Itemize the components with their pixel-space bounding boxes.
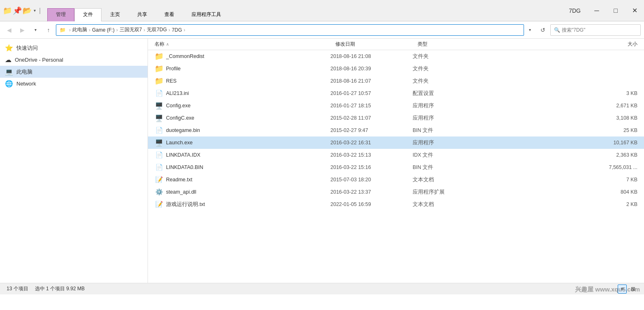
file-date: 2016-03-22 15:16 [330, 164, 413, 170]
file-type: 配置设置 [413, 90, 487, 97]
breadcrumb-gamef[interactable]: Game (F:) [92, 27, 115, 33]
maximize-button[interactable]: □ [606, 0, 625, 21]
close-button[interactable]: ✕ [625, 0, 644, 21]
exe-icon: 🖥️ [155, 102, 163, 110]
refresh-button[interactable]: ↺ [537, 24, 549, 36]
item-count: 13 个项目 [7, 285, 28, 292]
exe-icon: 🖥️ [155, 114, 163, 122]
sidebar-label-onedrive: OneDrive - Personal [15, 57, 63, 63]
file-size: 10,167 KB [487, 140, 637, 146]
file-date: 2016-03-22 13:37 [330, 189, 413, 195]
ini-icon: 📄 [155, 90, 163, 97]
file-name: Profile [166, 66, 330, 72]
file-size: 2 KB [487, 201, 637, 207]
file-name: ALI213.ini [166, 90, 330, 96]
table-row[interactable]: 🖥️ Launch.exe 2016-03-22 16:31 应用程序 10,1… [148, 136, 644, 149]
breadcrumb-7dg[interactable]: 7DG [172, 27, 182, 33]
tab-wenjian[interactable]: 文件 [74, 8, 102, 21]
dropdown-button[interactable]: ▾ [30, 24, 41, 36]
pin-icon[interactable]: 📌 [13, 7, 21, 15]
file-date: 2016-01-27 10:57 [330, 90, 413, 96]
file-name: steam_api.dll [166, 189, 330, 195]
tab-yingyong[interactable]: 应用程序工具 [183, 8, 230, 21]
window-controls: ─ □ ✕ [587, 0, 644, 21]
breadcrumb-sw7dg[interactable]: 无双7DG [147, 26, 167, 33]
col-header-size[interactable]: 大小 [492, 41, 637, 48]
table-row[interactable]: 📄 ALI213.ini 2016-01-27 10:57 配置设置 3 KB [148, 87, 644, 99]
file-icon: 📝 [155, 200, 164, 209]
breadcrumb-sw7[interactable]: 三国无双7 [120, 26, 142, 33]
file-type: IDX 文件 [413, 152, 487, 159]
grid-view-button[interactable]: ⊞ [628, 285, 637, 294]
file-type: 文本文档 [413, 176, 487, 183]
file-date: 2022-01-05 16:59 [330, 201, 413, 207]
file-type: 文件夹 [413, 53, 487, 60]
toolbar-dropdown-icon[interactable]: ▾ [34, 8, 36, 13]
search-icon: 🔍 [554, 27, 560, 33]
file-type: 文件夹 [413, 78, 487, 85]
tab-zhuye[interactable]: 主页 [102, 8, 129, 21]
file-date: 2016-01-27 18:15 [330, 103, 413, 109]
address-bar: ◀ ▶ ▾ ↑ 📁 › 此电脑 › Game (F:) › 三国无双7 › 无双… [0, 21, 644, 39]
table-row[interactable]: 📄 duotegame.bin 2015-02-27 9:47 BIN 文件 2… [148, 124, 644, 136]
file-name: Launch.exe [166, 140, 330, 146]
sidebar-item-onedrive[interactable]: ☁ OneDrive - Personal [0, 54, 148, 66]
selected-info: 选中 1 个项目 9.92 MB [35, 285, 85, 292]
table-row[interactable]: ⚙️ steam_api.dll 2016-03-22 13:37 应用程序扩展… [148, 186, 644, 198]
file-icon: 🖥️ [155, 113, 164, 123]
table-row[interactable]: 📝 游戏运行说明.txt 2022-01-05 16:59 文本文档 2 KB [148, 198, 644, 211]
dll-icon: ⚙️ [155, 188, 163, 196]
file-type: 应用程序 [413, 115, 487, 122]
table-row[interactable]: 📁 RES 2018-08-16 21:07 文件夹 [148, 75, 644, 87]
breadcrumb[interactable]: 📁 › 此电脑 › Game (F:) › 三国无双7 › 无双7DG › 7D… [56, 24, 524, 36]
table-row[interactable]: 📁 _CommonRedist 2018-08-16 21:08 文件夹 [148, 50, 644, 62]
search-bar: 🔍 [550, 24, 641, 36]
list-view-button[interactable]: ≡ [618, 285, 627, 294]
search-input[interactable] [562, 27, 637, 33]
file-date: 2016-03-22 15:13 [330, 152, 413, 158]
file-date: 2015-02-28 11:07 [330, 115, 413, 121]
sidebar-label-quickaccess: 快速访问 [16, 44, 38, 52]
file-date: 2018-08-16 21:07 [330, 78, 413, 84]
exe-icon: 🖥️ [155, 139, 163, 147]
file-date: 2018-08-16 20:39 [330, 66, 413, 72]
file-icon: 📄 [155, 163, 164, 172]
table-row[interactable]: 📁 Profile 2018-08-16 20:39 文件夹 [148, 62, 644, 75]
breadcrumb-thispc[interactable]: 此电脑 [72, 26, 87, 33]
txt-icon: 📝 [155, 201, 163, 208]
file-size: 7,565,031 ... [487, 164, 637, 170]
file-type: 文本文档 [413, 201, 487, 208]
file-icon: 📁 [155, 52, 164, 61]
breadcrumb-dropdown[interactable]: ▾ [524, 24, 536, 36]
tab-manage[interactable]: 管理 [47, 8, 74, 21]
folder-icon: 📁 [155, 52, 164, 61]
view-controls: ≡ ⊞ [618, 285, 637, 294]
col-header-name[interactable]: 名称 ∧ [155, 41, 335, 48]
sidebar-item-network[interactable]: 🌐 Network [0, 78, 148, 90]
table-row[interactable]: 📄 LINKDATA.IDX 2016-03-22 15:13 IDX 文件 2… [148, 149, 644, 161]
sidebar-item-thispc[interactable]: 💻 此电脑 [0, 66, 148, 78]
file-icon: 📁 [155, 76, 164, 86]
tab-chakan[interactable]: 查看 [156, 8, 183, 21]
forward-button[interactable]: ▶ [16, 24, 28, 36]
file-name: LINKDATA.IDX [166, 152, 330, 158]
folder-icon: 📁 [155, 64, 164, 73]
column-headers: 名称 ∧ 修改日期 类型 大小 [148, 39, 644, 50]
file-name: RES [166, 78, 330, 84]
col-header-date[interactable]: 修改日期 [335, 41, 418, 48]
sidebar-item-quickaccess[interactable]: ⭐ 快速访问 [0, 42, 148, 54]
up-button[interactable]: ↑ [43, 24, 54, 36]
table-row[interactable]: 📝 Readme.txt 2015-07-03 18:20 文本文档 7 KB [148, 174, 644, 186]
breadcrumb-folder-icon: 📁 [60, 27, 66, 33]
folder-icon[interactable]: 📂 [23, 7, 31, 15]
back-button[interactable]: ◀ [3, 24, 15, 36]
file-icon: 📄 [155, 126, 164, 135]
minimize-button[interactable]: ─ [587, 0, 606, 21]
table-row[interactable]: 📄 LINKDATA0.BIN 2016-03-22 15:16 BIN 文件 … [148, 161, 644, 174]
col-header-type[interactable]: 类型 [418, 41, 492, 48]
file-name: Config.exe [166, 103, 330, 109]
table-row[interactable]: 🖥️ ConfigC.exe 2015-02-28 11:07 应用程序 3,1… [148, 112, 644, 124]
quick-access-icon[interactable]: 📁 [3, 7, 12, 15]
tab-gongxiang[interactable]: 共享 [129, 8, 156, 21]
table-row[interactable]: 🖥️ Config.exe 2016-01-27 18:15 应用程序 2,67… [148, 99, 644, 112]
